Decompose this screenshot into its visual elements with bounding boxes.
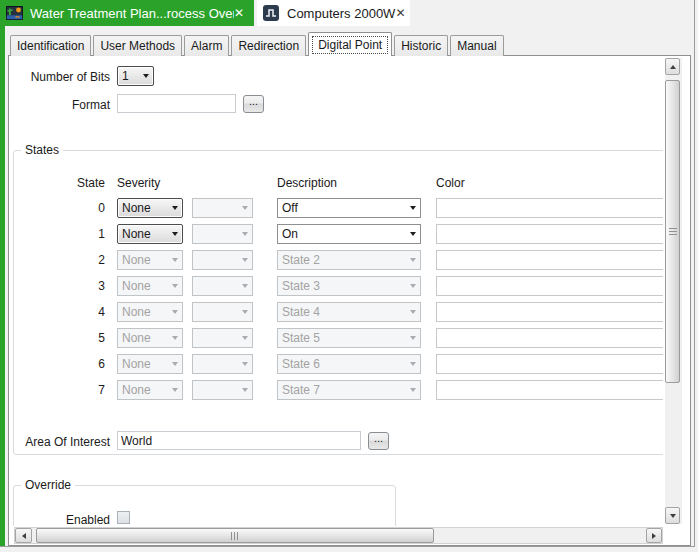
override-group-label: Override <box>21 478 75 492</box>
chevron-down-icon <box>405 277 420 295</box>
state-row-4: 4 None State 4 <box>9 302 663 322</box>
chevron-down-icon <box>237 355 252 373</box>
override-enabled-checkbox[interactable] <box>117 511 130 524</box>
app-left-edge <box>0 0 5 546</box>
chevron-down-icon <box>237 199 252 217</box>
state-number: 0 <box>69 201 105 215</box>
severity-select: None <box>117 302 183 322</box>
color-field[interactable] <box>436 380 663 400</box>
vertical-scrollbar[interactable] <box>665 58 682 524</box>
chevron-down-icon <box>167 251 182 269</box>
column-header-color: Color <box>436 176 465 190</box>
state-row-1: 1 None On <box>9 224 663 244</box>
state-number: 3 <box>69 279 105 293</box>
chevron-down-icon <box>405 251 420 269</box>
thumb-grip-icon <box>669 228 677 236</box>
format-browse-button[interactable]: ... <box>243 95 264 113</box>
area-of-interest-input[interactable] <box>117 431 361 450</box>
scroll-left-button[interactable] <box>15 528 32 543</box>
description-select: State 6 <box>277 354 421 374</box>
color-field[interactable] <box>436 354 663 374</box>
tab-identification[interactable]: Identification <box>10 35 91 56</box>
format-label: Format <box>9 98 110 112</box>
column-header-severity: Severity <box>117 176 160 190</box>
chevron-down-icon <box>405 355 420 373</box>
thumb-grip-icon <box>231 532 239 540</box>
color-field[interactable] <box>436 224 663 244</box>
chevron-down-icon <box>138 67 153 85</box>
close-icon[interactable]: ✕ <box>395 6 405 20</box>
color-field[interactable] <box>436 250 663 270</box>
chevron-down-icon <box>237 277 252 295</box>
state-row-3: 3 None State 3 <box>9 276 663 296</box>
description-select: State 7 <box>277 380 421 400</box>
tab-alarm[interactable]: Alarm <box>184 35 229 56</box>
window-tab-process-overview[interactable]: Water Treatment Plan...rocess Overview ✕ <box>0 0 254 26</box>
severity-sub-select <box>192 328 253 348</box>
arrow-right-icon <box>652 533 656 539</box>
state-row-5: 5 None State 5 <box>9 328 663 348</box>
format-input[interactable] <box>117 94 236 113</box>
severity-select[interactable]: None <box>117 198 183 218</box>
number-of-bits-select[interactable]: 1 <box>117 66 154 86</box>
chevron-down-icon <box>167 303 182 321</box>
horizontal-scroll-thumb[interactable] <box>36 528 434 543</box>
horizontal-scrollbar[interactable] <box>14 527 663 544</box>
digital-point-form: Number of Bits 1 Format ... States State… <box>9 56 663 526</box>
chevron-down-icon <box>167 225 182 243</box>
severity-sub-select <box>192 302 253 322</box>
chevron-down-icon <box>167 277 182 295</box>
chevron-down-icon <box>405 381 420 399</box>
states-group-label: States <box>21 143 63 157</box>
severity-select: None <box>117 380 183 400</box>
chevron-down-icon <box>237 381 252 399</box>
close-icon[interactable]: ✕ <box>234 6 244 20</box>
description-select[interactable]: On <box>277 224 421 244</box>
color-field[interactable] <box>436 276 663 296</box>
severity-select: None <box>117 354 183 374</box>
chevron-down-icon <box>167 381 182 399</box>
state-row-7: 7 None State 7 <box>9 380 663 400</box>
arrow-up-icon <box>670 65 676 69</box>
column-header-description: Description <box>277 176 337 190</box>
point-icon <box>263 5 280 21</box>
description-select: State 3 <box>277 276 421 296</box>
window-tab-label: Water Treatment Plan...rocess Overview <box>30 6 234 21</box>
description-select[interactable]: Off <box>277 198 421 218</box>
scroll-right-button[interactable] <box>646 528 662 543</box>
chevron-down-icon <box>405 199 420 217</box>
window-tab-computers-2000w[interactable]: Computers 2000W ✕ <box>257 0 410 26</box>
state-number: 6 <box>69 357 105 371</box>
color-field[interactable] <box>436 328 663 348</box>
area-of-interest-label: Area Of Interest <box>9 435 110 449</box>
state-row-2: 2 None State 2 <box>9 250 663 270</box>
description-select: State 2 <box>277 250 421 270</box>
vertical-scroll-thumb[interactable] <box>665 80 680 383</box>
severity-sub-select <box>192 380 253 400</box>
chevron-down-icon <box>167 329 182 347</box>
state-number: 2 <box>69 253 105 267</box>
scroll-down-button[interactable] <box>665 507 680 524</box>
color-field[interactable] <box>436 302 663 322</box>
tab-user-methods[interactable]: User Methods <box>93 35 182 56</box>
severity-select[interactable]: None <box>117 224 183 244</box>
severity-sub-select <box>192 276 253 296</box>
column-header-state: State <box>77 176 105 190</box>
severity-sub-select <box>192 224 253 244</box>
arrow-down-icon <box>670 514 676 518</box>
scroll-up-button[interactable] <box>665 58 680 75</box>
chevron-down-icon <box>237 251 252 269</box>
area-of-interest-browse-button[interactable]: ... <box>368 432 389 450</box>
description-select: State 5 <box>277 328 421 348</box>
tab-historic[interactable]: Historic <box>394 35 448 56</box>
chevron-down-icon <box>167 355 182 373</box>
state-number: 1 <box>69 227 105 241</box>
tab-manual[interactable]: Manual <box>450 35 503 56</box>
color-field[interactable] <box>436 198 663 218</box>
severity-select: None <box>117 328 183 348</box>
window-tab-label: Computers 2000W <box>287 6 395 21</box>
tab-digital-point[interactable]: Digital Point <box>308 32 392 56</box>
chevron-down-icon <box>237 303 252 321</box>
state-number: 4 <box>69 305 105 319</box>
tab-redirection[interactable]: Redirection <box>231 35 306 56</box>
